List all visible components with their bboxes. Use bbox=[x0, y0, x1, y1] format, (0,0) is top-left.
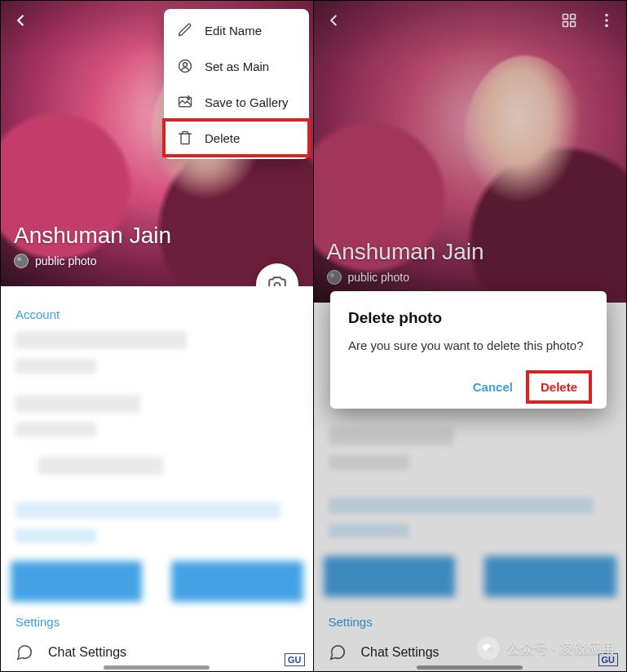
photo-visibility: public photo bbox=[348, 271, 410, 284]
redacted-line bbox=[329, 524, 410, 538]
redacted-line bbox=[329, 497, 594, 514]
back-icon[interactable] bbox=[322, 9, 345, 32]
mini-logo: GU bbox=[598, 653, 619, 666]
svg-rect-7 bbox=[563, 15, 568, 20]
redacted-line bbox=[15, 359, 96, 374]
image-download-icon bbox=[177, 94, 193, 110]
chat-settings-label: Chat Settings bbox=[361, 645, 439, 660]
redacted-line bbox=[38, 457, 163, 475]
menu-delete-label: Delete bbox=[205, 131, 240, 145]
profile-name: Anshuman Jain bbox=[14, 223, 171, 249]
svg-point-13 bbox=[605, 24, 608, 28]
delete-dialog: Delete photo Are you sure you want to de… bbox=[330, 291, 607, 409]
qr-icon[interactable] bbox=[558, 9, 581, 32]
svg-point-11 bbox=[605, 14, 608, 17]
section-settings: Settings bbox=[314, 607, 627, 634]
redacted-line bbox=[329, 455, 410, 470]
redacted-line bbox=[329, 427, 453, 445]
globe-icon bbox=[14, 254, 29, 268]
redacted-block bbox=[484, 556, 616, 597]
profile-name-block: Anshuman Jain public photo bbox=[327, 239, 484, 285]
svg-point-5 bbox=[183, 63, 188, 67]
redacted-line bbox=[15, 331, 187, 349]
more-icon[interactable] bbox=[595, 9, 618, 32]
mini-logo: GU bbox=[285, 653, 305, 666]
globe-icon bbox=[327, 270, 342, 285]
redacted-line bbox=[15, 422, 96, 437]
nav-pill bbox=[104, 665, 210, 670]
menu-save-gallery-label: Save to Gallery bbox=[205, 95, 289, 109]
chat-icon bbox=[329, 643, 347, 661]
section-account: Account bbox=[1, 299, 313, 326]
redacted-block bbox=[171, 561, 302, 602]
profile-body: Account Settings Chat Settings GU bbox=[1, 286, 313, 671]
dialog-title: Delete photo bbox=[348, 309, 589, 327]
dialog-message: Are you sure you want to delete this pho… bbox=[348, 337, 589, 354]
svg-rect-10 bbox=[571, 22, 576, 27]
redacted-line bbox=[15, 528, 96, 543]
profile-name-block: Anshuman Jain public photo bbox=[14, 223, 171, 268]
menu-set-main[interactable]: Set as Main bbox=[164, 48, 309, 84]
redacted-line bbox=[15, 502, 280, 519]
svg-rect-8 bbox=[571, 15, 576, 20]
dialog-delete-button[interactable]: Delete bbox=[529, 374, 589, 400]
section-settings: Settings bbox=[1, 607, 313, 634]
redacted-block bbox=[11, 561, 142, 602]
svg-point-12 bbox=[605, 19, 608, 22]
top-bar bbox=[314, 1, 627, 40]
back-icon[interactable] bbox=[9, 9, 32, 32]
svg-point-4 bbox=[179, 60, 192, 73]
menu-save-gallery[interactable]: Save to Gallery bbox=[164, 84, 309, 120]
profile-photo: Anshuman Jain public photo bbox=[314, 1, 627, 303]
menu-set-main-label: Set as Main bbox=[205, 60, 269, 73]
profile-name: Anshuman Jain bbox=[327, 239, 484, 265]
chat-icon bbox=[15, 643, 33, 661]
pencil-icon bbox=[177, 22, 193, 38]
menu-edit-name[interactable]: Edit Name bbox=[164, 12, 309, 48]
nav-pill bbox=[417, 665, 523, 670]
dialog-cancel-button[interactable]: Cancel bbox=[461, 374, 524, 400]
redacted-block bbox=[324, 556, 456, 597]
person-circle-icon bbox=[177, 58, 193, 74]
chat-settings-label: Chat Settings bbox=[48, 645, 126, 660]
photo-visibility: public photo bbox=[35, 254, 97, 267]
svg-point-3 bbox=[274, 283, 280, 286]
screenshot-left: Anshuman Jain public photo + Account bbox=[1, 1, 314, 671]
photo-context-menu: Edit Name Set as Main Save to Gallery De… bbox=[164, 9, 309, 159]
trash-icon bbox=[177, 130, 193, 146]
menu-edit-name-label: Edit Name bbox=[205, 24, 262, 38]
redacted-line bbox=[15, 395, 140, 413]
svg-rect-9 bbox=[563, 22, 568, 27]
menu-delete[interactable]: Delete bbox=[164, 120, 309, 156]
camera-fab[interactable]: + bbox=[256, 263, 298, 286]
